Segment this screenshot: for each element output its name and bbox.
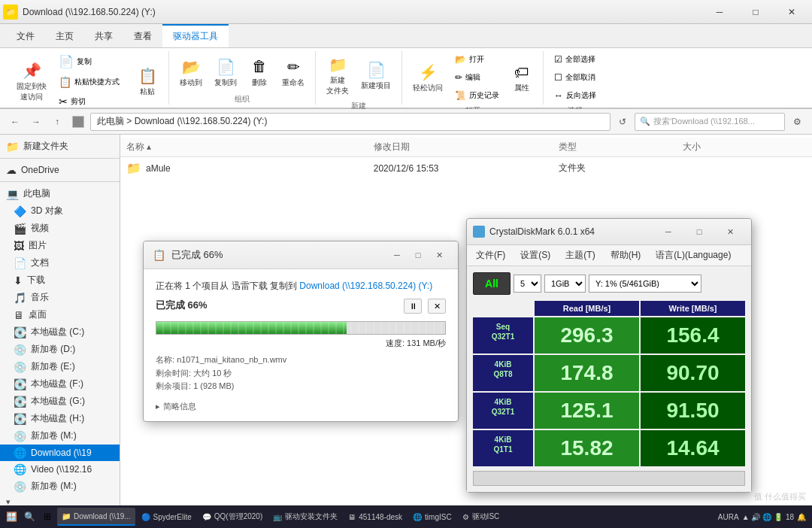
sidebar-item-label: 3D 对象 bbox=[31, 205, 63, 217]
minimize-button[interactable]: ─ bbox=[702, 0, 737, 24]
sidebar-item-downloads[interactable]: ⬇ 下载 bbox=[0, 272, 120, 289]
cdm-runs-select[interactable]: 5 bbox=[514, 275, 541, 293]
details-toggle-button[interactable]: ▸ 简略信息 bbox=[156, 401, 446, 412]
taskbar-item-451148[interactable]: 🖥 451148-desk bbox=[344, 508, 407, 526]
sidebar-item-download-network[interactable]: 🌐 Download (\\19 bbox=[0, 445, 120, 461]
new-buttons: 📁 新建文件夹 📄 新建项目 bbox=[322, 51, 395, 99]
refresh-button[interactable]: ↺ bbox=[614, 113, 632, 131]
new-item-button[interactable]: 📄 新建项目 bbox=[356, 56, 395, 94]
new-folder-button[interactable]: 📁 新建文件夹 bbox=[322, 51, 353, 99]
task-view-button[interactable]: ⊞ bbox=[39, 508, 56, 525]
tab-share[interactable]: 共享 bbox=[84, 24, 123, 47]
pause-button[interactable]: ⏸ bbox=[404, 299, 422, 314]
cdm-all-button[interactable]: All bbox=[473, 272, 511, 295]
copy-to-button[interactable]: 📄 复制到 bbox=[210, 53, 241, 91]
edit-button[interactable]: ✏ 编辑 bbox=[450, 69, 504, 86]
sidebar-item-label: 新加卷 (D:) bbox=[31, 343, 75, 356]
sidebar-item-documents[interactable]: 📄 文档 bbox=[0, 254, 120, 272]
tab-file[interactable]: 文件 bbox=[6, 24, 45, 47]
cdm-size-select[interactable]: 1GiB bbox=[544, 275, 586, 293]
sidebar-item-video-network[interactable]: 🌐 Video (\\192.16 bbox=[0, 461, 120, 478]
disk-g-icon: 💽 bbox=[14, 396, 26, 408]
taskbar-item-spyder[interactable]: 🔵 SpyderElite bbox=[137, 508, 196, 526]
start-button[interactable]: 🪟 bbox=[3, 508, 20, 525]
move-to-button[interactable]: 📂 移动到 bbox=[175, 53, 207, 91]
search-box[interactable]: 🔍 搜索'Download (\\192.168... bbox=[635, 113, 785, 131]
sidebar-item-pictures[interactable]: 🖼 图片 bbox=[0, 237, 120, 254]
table-row[interactable]: 📁 aMule 2020/12/6 15:53 文件夹 bbox=[120, 157, 812, 179]
sidebar-item-music[interactable]: 🎵 音乐 bbox=[0, 289, 120, 306]
cdm-maximize[interactable]: □ bbox=[684, 223, 714, 240]
explorer-taskbar-label: Download (\\19... bbox=[74, 512, 131, 520]
progress-bar-container bbox=[156, 321, 446, 335]
sidebar-item-f[interactable]: 💽 本地磁盘 (F:) bbox=[0, 375, 120, 393]
copy-dialog-minimize[interactable]: ─ bbox=[387, 247, 407, 262]
tab-view[interactable]: 查看 bbox=[123, 24, 162, 47]
properties-button[interactable]: 🏷 属性 bbox=[507, 59, 537, 96]
cut-button[interactable]: ✂ 剪切 bbox=[54, 93, 129, 111]
col-date[interactable]: 修改日期 bbox=[374, 141, 559, 153]
taskbar-item-qq[interactable]: 💬 QQ(管理2020) bbox=[198, 508, 267, 526]
cdm-menu-file[interactable]: 文件(F) bbox=[473, 247, 508, 264]
taskbar-item-driver[interactable]: 📺 驱动安装文件夹 bbox=[268, 508, 342, 526]
back-button[interactable]: ← bbox=[6, 113, 24, 131]
copy-dialog: 📋 已完成 66% ─ □ ✕ 正在将 1 个项目从 迅雷下载 复制到 Down… bbox=[143, 241, 459, 422]
cdm-menu-help[interactable]: 帮助(H) bbox=[607, 247, 644, 264]
tab-drive-tools[interactable]: 驱动器工具 bbox=[162, 24, 229, 47]
sidebar-item-onedrive[interactable]: ☁ OneDrive bbox=[0, 162, 120, 178]
cdm-title-text: CrystalDiskMark 6.0.1 x64 bbox=[489, 226, 595, 237]
up-button[interactable]: ↑ bbox=[48, 113, 66, 131]
copy-button[interactable]: 📄 复制 bbox=[54, 51, 129, 71]
taskbar-item-timgisc[interactable]: 🌐 timgISC bbox=[408, 508, 456, 526]
col-name[interactable]: 名称 ▴ bbox=[126, 141, 374, 153]
stop-button[interactable]: ✕ bbox=[428, 299, 446, 314]
notification-btn[interactable]: 🔔 bbox=[797, 513, 806, 521]
cdm-minimize[interactable]: ─ bbox=[653, 223, 683, 240]
sidebar-item-3d[interactable]: 🔷 3D 对象 bbox=[0, 202, 120, 220]
invert-select-button[interactable]: ↔ 反向选择 bbox=[550, 87, 601, 104]
copy-dialog-maximize[interactable]: □ bbox=[408, 247, 428, 262]
delete-button[interactable]: 🗑 删除 bbox=[244, 53, 274, 91]
paste-button[interactable]: 📋 粘贴 bbox=[132, 62, 162, 100]
copy-dialog-close[interactable]: ✕ bbox=[429, 247, 449, 262]
sidebar-item-d[interactable]: 💿 新加卷 (D:) bbox=[0, 341, 120, 358]
settings-button[interactable]: ⚙ bbox=[788, 113, 806, 131]
history-button[interactable]: 📜 历史记录 bbox=[450, 87, 504, 104]
sidebar-item-this-pc[interactable]: 💻 此电脑 bbox=[0, 185, 120, 202]
sidebar-item-h[interactable]: 💽 本地磁盘 (H:) bbox=[0, 410, 120, 427]
close-button[interactable]: ✕ bbox=[774, 0, 809, 24]
tab-home[interactable]: 主页 bbox=[45, 24, 84, 47]
maximize-button[interactable]: □ bbox=[738, 0, 773, 24]
col-type[interactable]: 类型 bbox=[559, 141, 682, 153]
sidebar-item-desktop[interactable]: 🖥 桌面 bbox=[0, 306, 120, 323]
sidebar-item-new-folder[interactable]: 📁 新建文件夹 bbox=[0, 138, 120, 155]
cdm-menu-settings[interactable]: 设置(S) bbox=[517, 247, 553, 264]
search-taskbar-button[interactable]: 🔍 bbox=[21, 508, 38, 525]
rename-button[interactable]: ✏ 重命名 bbox=[277, 53, 309, 91]
sidebar-item-m2[interactable]: 💿 新加卷 (M:) bbox=[0, 478, 120, 495]
cdm-menu-language[interactable]: 语言(L)(Language) bbox=[653, 247, 734, 264]
col-size[interactable]: 大小 bbox=[683, 141, 806, 153]
taskbar-item-explorer[interactable]: 📁 Download (\\19... bbox=[57, 508, 135, 526]
recent-locations-button[interactable] bbox=[69, 113, 87, 131]
sidebar-item-m[interactable]: 💿 新加卷 (M:) bbox=[0, 427, 120, 445]
cdm-close[interactable]: ✕ bbox=[715, 223, 745, 240]
pin-quick-access-button[interactable]: 📌 固定到快速访问 bbox=[12, 57, 51, 105]
451148-icon: 🖥 bbox=[348, 513, 356, 521]
copy-destination-link[interactable]: Download (\\192.168.50.224) (Y:) bbox=[299, 281, 432, 291]
sidebar-item-e[interactable]: 💿 新加卷 (E:) bbox=[0, 358, 120, 375]
select-all-button[interactable]: ☑ 全部选择 bbox=[550, 51, 601, 68]
forward-button[interactable]: → bbox=[27, 113, 45, 131]
paste-shortcut-button[interactable]: 📋 粘贴快捷方式 bbox=[54, 73, 129, 91]
sidebar-item-label: 视频 bbox=[31, 222, 49, 235]
address-input[interactable]: 此电脑 > Download (\\192.168.50.224) (Y:) bbox=[90, 113, 611, 131]
cdm-drive-select[interactable]: Y: 1% (5/461GiB) bbox=[589, 275, 701, 293]
cdm-menu-theme[interactable]: 主题(T) bbox=[562, 247, 598, 264]
easy-access-button[interactable]: ⚡ 轻松访问 bbox=[408, 59, 447, 96]
sidebar-item-g[interactable]: 💽 本地磁盘 (G:) bbox=[0, 393, 120, 410]
sidebar-item-videos[interactable]: 🎬 视频 bbox=[0, 220, 120, 237]
sidebar-item-c[interactable]: 💽 本地磁盘 (C:) bbox=[0, 323, 120, 341]
select-none-button[interactable]: ☐ 全部取消 bbox=[550, 69, 601, 86]
open-button[interactable]: 📂 打开 bbox=[450, 51, 504, 68]
taskbar-item-driverisc[interactable]: ⚙ 驱动ISC bbox=[458, 508, 504, 526]
